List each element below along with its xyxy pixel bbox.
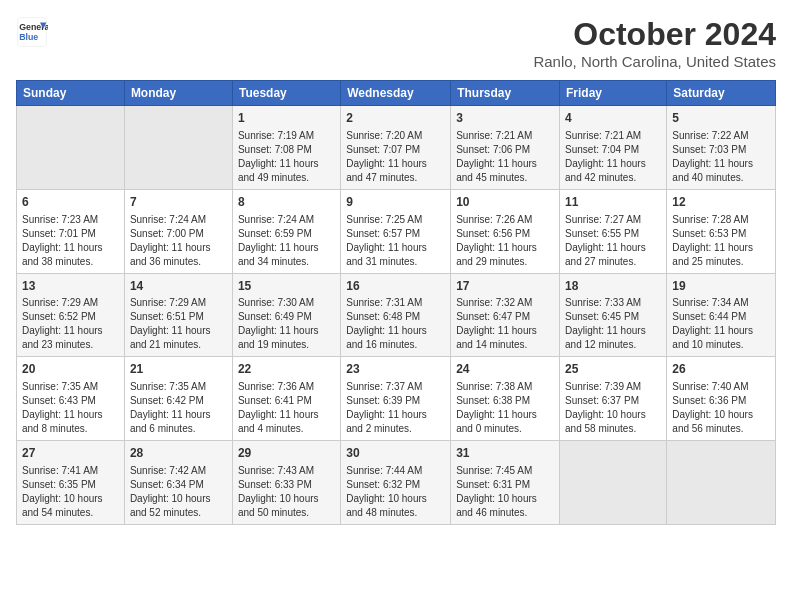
day-number: 29 [238, 445, 335, 462]
day-info: Sunrise: 7:21 AMSunset: 7:04 PMDaylight:… [565, 129, 661, 185]
calendar-cell: 17Sunrise: 7:32 AMSunset: 6:47 PMDayligh… [451, 273, 560, 357]
day-info: Sunrise: 7:28 AMSunset: 6:53 PMDaylight:… [672, 213, 770, 269]
month-title: October 2024 [533, 16, 776, 53]
header-day-thursday: Thursday [451, 81, 560, 106]
header: General Blue October 2024 Ranlo, North C… [16, 16, 776, 70]
day-info: Sunrise: 7:19 AMSunset: 7:08 PMDaylight:… [238, 129, 335, 185]
day-number: 5 [672, 110, 770, 127]
header-day-friday: Friday [560, 81, 667, 106]
calendar-cell: 10Sunrise: 7:26 AMSunset: 6:56 PMDayligh… [451, 189, 560, 273]
day-info: Sunrise: 7:36 AMSunset: 6:41 PMDaylight:… [238, 380, 335, 436]
day-info: Sunrise: 7:44 AMSunset: 6:32 PMDaylight:… [346, 464, 445, 520]
day-info: Sunrise: 7:32 AMSunset: 6:47 PMDaylight:… [456, 296, 554, 352]
calendar-cell: 13Sunrise: 7:29 AMSunset: 6:52 PMDayligh… [17, 273, 125, 357]
calendar-cell: 2Sunrise: 7:20 AMSunset: 7:07 PMDaylight… [341, 106, 451, 190]
calendar-cell: 4Sunrise: 7:21 AMSunset: 7:04 PMDaylight… [560, 106, 667, 190]
day-info: Sunrise: 7:33 AMSunset: 6:45 PMDaylight:… [565, 296, 661, 352]
calendar-cell: 29Sunrise: 7:43 AMSunset: 6:33 PMDayligh… [232, 441, 340, 525]
calendar-cell: 5Sunrise: 7:22 AMSunset: 7:03 PMDaylight… [667, 106, 776, 190]
calendar-cell: 16Sunrise: 7:31 AMSunset: 6:48 PMDayligh… [341, 273, 451, 357]
day-number: 8 [238, 194, 335, 211]
calendar-cell: 20Sunrise: 7:35 AMSunset: 6:43 PMDayligh… [17, 357, 125, 441]
calendar-cell: 19Sunrise: 7:34 AMSunset: 6:44 PMDayligh… [667, 273, 776, 357]
day-info: Sunrise: 7:24 AMSunset: 7:00 PMDaylight:… [130, 213, 227, 269]
day-number: 7 [130, 194, 227, 211]
day-number: 12 [672, 194, 770, 211]
day-info: Sunrise: 7:26 AMSunset: 6:56 PMDaylight:… [456, 213, 554, 269]
day-info: Sunrise: 7:42 AMSunset: 6:34 PMDaylight:… [130, 464, 227, 520]
day-number: 27 [22, 445, 119, 462]
day-number: 26 [672, 361, 770, 378]
calendar-cell: 28Sunrise: 7:42 AMSunset: 6:34 PMDayligh… [124, 441, 232, 525]
day-info: Sunrise: 7:34 AMSunset: 6:44 PMDaylight:… [672, 296, 770, 352]
day-info: Sunrise: 7:41 AMSunset: 6:35 PMDaylight:… [22, 464, 119, 520]
day-info: Sunrise: 7:29 AMSunset: 6:52 PMDaylight:… [22, 296, 119, 352]
logo: General Blue [16, 16, 48, 48]
calendar-cell [560, 441, 667, 525]
header-day-tuesday: Tuesday [232, 81, 340, 106]
week-row-1: 1Sunrise: 7:19 AMSunset: 7:08 PMDaylight… [17, 106, 776, 190]
day-info: Sunrise: 7:24 AMSunset: 6:59 PMDaylight:… [238, 213, 335, 269]
title-area: October 2024 Ranlo, North Carolina, Unit… [533, 16, 776, 70]
day-info: Sunrise: 7:25 AMSunset: 6:57 PMDaylight:… [346, 213, 445, 269]
calendar-cell: 25Sunrise: 7:39 AMSunset: 6:37 PMDayligh… [560, 357, 667, 441]
week-row-3: 13Sunrise: 7:29 AMSunset: 6:52 PMDayligh… [17, 273, 776, 357]
calendar-cell: 12Sunrise: 7:28 AMSunset: 6:53 PMDayligh… [667, 189, 776, 273]
day-info: Sunrise: 7:22 AMSunset: 7:03 PMDaylight:… [672, 129, 770, 185]
day-number: 24 [456, 361, 554, 378]
calendar-cell: 9Sunrise: 7:25 AMSunset: 6:57 PMDaylight… [341, 189, 451, 273]
calendar-cell [17, 106, 125, 190]
day-number: 6 [22, 194, 119, 211]
day-number: 16 [346, 278, 445, 295]
calendar-header-row: SundayMondayTuesdayWednesdayThursdayFrid… [17, 81, 776, 106]
day-number: 18 [565, 278, 661, 295]
day-number: 9 [346, 194, 445, 211]
day-number: 20 [22, 361, 119, 378]
calendar-cell [124, 106, 232, 190]
day-info: Sunrise: 7:31 AMSunset: 6:48 PMDaylight:… [346, 296, 445, 352]
week-row-5: 27Sunrise: 7:41 AMSunset: 6:35 PMDayligh… [17, 441, 776, 525]
day-number: 21 [130, 361, 227, 378]
day-info: Sunrise: 7:27 AMSunset: 6:55 PMDaylight:… [565, 213, 661, 269]
day-info: Sunrise: 7:29 AMSunset: 6:51 PMDaylight:… [130, 296, 227, 352]
location-title: Ranlo, North Carolina, United States [533, 53, 776, 70]
day-info: Sunrise: 7:21 AMSunset: 7:06 PMDaylight:… [456, 129, 554, 185]
calendar-cell: 1Sunrise: 7:19 AMSunset: 7:08 PMDaylight… [232, 106, 340, 190]
day-number: 3 [456, 110, 554, 127]
day-number: 4 [565, 110, 661, 127]
calendar-cell: 30Sunrise: 7:44 AMSunset: 6:32 PMDayligh… [341, 441, 451, 525]
calendar-cell: 14Sunrise: 7:29 AMSunset: 6:51 PMDayligh… [124, 273, 232, 357]
day-info: Sunrise: 7:35 AMSunset: 6:43 PMDaylight:… [22, 380, 119, 436]
calendar-cell: 7Sunrise: 7:24 AMSunset: 7:00 PMDaylight… [124, 189, 232, 273]
day-info: Sunrise: 7:30 AMSunset: 6:49 PMDaylight:… [238, 296, 335, 352]
calendar-cell: 26Sunrise: 7:40 AMSunset: 6:36 PMDayligh… [667, 357, 776, 441]
calendar-table: SundayMondayTuesdayWednesdayThursdayFrid… [16, 80, 776, 525]
svg-text:Blue: Blue [19, 32, 38, 42]
day-number: 2 [346, 110, 445, 127]
day-number: 22 [238, 361, 335, 378]
day-number: 13 [22, 278, 119, 295]
calendar-cell: 22Sunrise: 7:36 AMSunset: 6:41 PMDayligh… [232, 357, 340, 441]
day-info: Sunrise: 7:40 AMSunset: 6:36 PMDaylight:… [672, 380, 770, 436]
day-info: Sunrise: 7:23 AMSunset: 7:01 PMDaylight:… [22, 213, 119, 269]
day-number: 11 [565, 194, 661, 211]
calendar-cell [667, 441, 776, 525]
header-day-monday: Monday [124, 81, 232, 106]
calendar-cell: 11Sunrise: 7:27 AMSunset: 6:55 PMDayligh… [560, 189, 667, 273]
day-info: Sunrise: 7:37 AMSunset: 6:39 PMDaylight:… [346, 380, 445, 436]
calendar-cell: 15Sunrise: 7:30 AMSunset: 6:49 PMDayligh… [232, 273, 340, 357]
calendar-cell: 23Sunrise: 7:37 AMSunset: 6:39 PMDayligh… [341, 357, 451, 441]
week-row-2: 6Sunrise: 7:23 AMSunset: 7:01 PMDaylight… [17, 189, 776, 273]
day-info: Sunrise: 7:38 AMSunset: 6:38 PMDaylight:… [456, 380, 554, 436]
header-day-wednesday: Wednesday [341, 81, 451, 106]
day-number: 10 [456, 194, 554, 211]
day-number: 1 [238, 110, 335, 127]
header-day-sunday: Sunday [17, 81, 125, 106]
day-info: Sunrise: 7:43 AMSunset: 6:33 PMDaylight:… [238, 464, 335, 520]
day-number: 28 [130, 445, 227, 462]
day-info: Sunrise: 7:20 AMSunset: 7:07 PMDaylight:… [346, 129, 445, 185]
day-number: 15 [238, 278, 335, 295]
day-number: 23 [346, 361, 445, 378]
day-info: Sunrise: 7:39 AMSunset: 6:37 PMDaylight:… [565, 380, 661, 436]
logo-icon: General Blue [16, 16, 48, 48]
